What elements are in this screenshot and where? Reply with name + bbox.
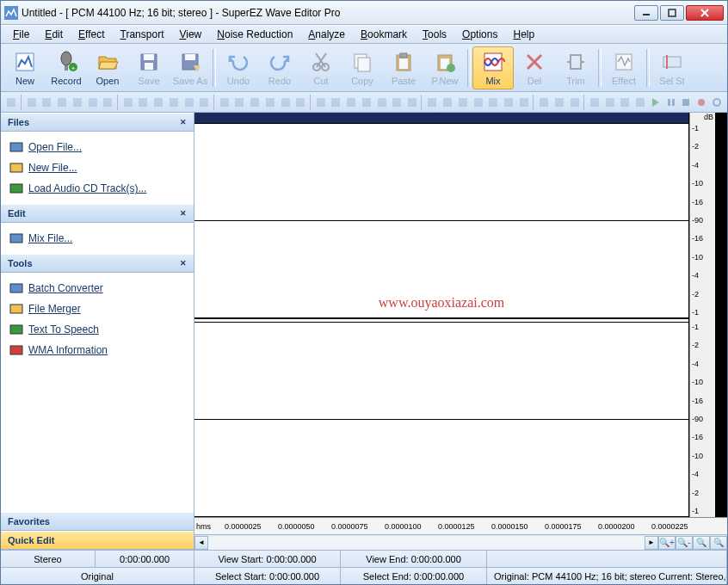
sidebar-item-load-audio-cd-track-s-[interactable]: Load Audio CD Track(s)...	[1, 178, 194, 199]
selst-button[interactable]: Sel St	[651, 46, 693, 89]
panel-header-edit[interactable]: Edit ✕	[1, 204, 194, 223]
menu-options[interactable]: Options	[455, 27, 504, 42]
paste-button[interactable]: Paste	[383, 46, 424, 89]
panel-header-quickedit[interactable]: Quick Edit	[1, 531, 194, 550]
wave-panel[interactable]: www.ouyaoxiazai.com	[194, 113, 689, 517]
small-tool-37[interactable]	[602, 94, 617, 111]
small-tool-2[interactable]	[40, 94, 54, 111]
small-tool-20[interactable]	[329, 94, 343, 111]
menu-help[interactable]: Help	[506, 27, 541, 42]
channel-right[interactable]	[194, 322, 688, 517]
zoom-out-v-button[interactable]: 🔍	[710, 536, 727, 550]
collapse-icon[interactable]: ✕	[180, 259, 187, 268]
new-button[interactable]: New	[4, 46, 46, 89]
menu-file[interactable]: File	[6, 27, 36, 42]
menu-bookmark[interactable]: Bookmark	[354, 27, 414, 42]
panel-header-tools[interactable]: Tools ✕	[1, 254, 194, 273]
mix-button[interactable]: Mix	[472, 46, 514, 89]
small-tool-34[interactable]	[552, 94, 566, 111]
sidebar-item-text-to-speech[interactable]: Text To Speech	[1, 319, 194, 340]
pnew-button[interactable]: P.New	[424, 46, 466, 89]
small-tool-24[interactable]	[390, 94, 404, 111]
small-tool-16[interactable]	[263, 94, 278, 111]
small-tool-4[interactable]	[71, 94, 85, 111]
small-tool-15[interactable]	[248, 94, 262, 111]
small-tool-14[interactable]	[232, 94, 247, 111]
zoom-in-v-button[interactable]: 🔍	[693, 536, 710, 550]
open-button[interactable]: Open	[87, 46, 128, 89]
channel-left[interactable]	[194, 123, 688, 318]
trim-button[interactable]: Trim	[555, 46, 596, 89]
small-tool-8[interactable]	[136, 94, 151, 111]
collapse-icon[interactable]: ✕	[180, 118, 187, 126]
scroll-right-button[interactable]: ►	[645, 536, 658, 550]
small-tool-7[interactable]	[120, 94, 135, 111]
sidebar-item-batch-converter[interactable]: Batch Converter	[1, 278, 194, 299]
sidebar-item-mix-file-[interactable]: Mix File...	[1, 228, 194, 249]
small-tool-19[interactable]	[313, 94, 328, 111]
small-tool-29[interactable]	[471, 94, 485, 111]
cut-button[interactable]: Cut	[300, 46, 342, 89]
zoom-out-h-button[interactable]: 🔍-	[676, 536, 693, 550]
saveas-button[interactable]: Save As	[170, 46, 211, 89]
record-icon[interactable]	[694, 94, 709, 111]
stop-icon[interactable]	[679, 94, 694, 111]
menu-analyze[interactable]: Analyze	[301, 27, 352, 42]
undo-button[interactable]: Undo	[218, 46, 259, 89]
small-tool-38[interactable]	[618, 94, 632, 111]
small-tool-27[interactable]	[441, 94, 455, 111]
small-tool-39[interactable]	[633, 94, 648, 111]
copy-button[interactable]: Copy	[342, 46, 383, 89]
zoom-in-h-button[interactable]: 🔍+	[658, 536, 676, 550]
menu-view[interactable]: View	[172, 27, 208, 42]
small-tool-26[interactable]	[425, 94, 440, 111]
small-tool-28[interactable]	[455, 94, 470, 111]
sidebar-item-wma-information[interactable]: WMA Information	[1, 340, 194, 360]
sidebar-item-new-file-[interactable]: New File...	[1, 157, 194, 178]
small-tool-12[interactable]	[197, 94, 212, 111]
panel-header-files[interactable]: Files ✕	[1, 113, 194, 132]
menu-transport[interactable]: Transport	[114, 27, 171, 42]
small-tool-22[interactable]	[360, 94, 374, 111]
minimize-button[interactable]	[634, 5, 658, 21]
menu-noise-reduction[interactable]: Noise Reduction	[210, 27, 299, 42]
scroll-left-button[interactable]: ◄	[194, 536, 208, 550]
collapse-icon[interactable]: ✕	[180, 209, 187, 218]
scroll-track[interactable]	[208, 536, 645, 550]
save-button[interactable]: Save	[128, 46, 170, 89]
small-tool-3[interactable]	[55, 94, 70, 111]
pause-icon[interactable]	[663, 94, 678, 111]
sidebar-item-file-merger[interactable]: File Merger	[1, 299, 194, 319]
panel-header-favorites[interactable]: Favorites	[1, 512, 194, 531]
small-tool-25[interactable]	[405, 94, 420, 111]
menu-tools[interactable]: Tools	[416, 27, 453, 42]
maximize-button[interactable]	[660, 5, 684, 21]
small-tool-35[interactable]	[567, 94, 582, 111]
small-tool-33[interactable]	[537, 94, 552, 111]
small-tool-31[interactable]	[502, 94, 516, 111]
small-tool-23[interactable]	[374, 94, 389, 111]
small-tool-36[interactable]	[588, 94, 602, 111]
close-button[interactable]	[686, 5, 724, 21]
small-tool-10[interactable]	[167, 94, 182, 111]
menu-edit[interactable]: Edit	[38, 27, 70, 42]
small-tool-32[interactable]	[516, 94, 531, 111]
small-tool-17[interactable]	[278, 94, 293, 111]
sidebar-item-open-file-[interactable]: Open File...	[1, 137, 194, 157]
del-button[interactable]: Del	[514, 46, 555, 89]
loop-icon[interactable]	[709, 94, 724, 111]
small-tool-11[interactable]	[182, 94, 196, 111]
small-tool-30[interactable]	[486, 94, 501, 111]
small-tool-9[interactable]	[151, 94, 166, 111]
small-tool-5[interactable]	[85, 94, 100, 111]
small-tool-1[interactable]	[24, 94, 39, 111]
record-button[interactable]: +Record	[46, 46, 87, 89]
effect-button[interactable]: Effect	[603, 46, 645, 89]
small-tool-13[interactable]	[217, 94, 231, 111]
redo-button[interactable]: Redo	[259, 46, 300, 89]
small-tool-18[interactable]	[293, 94, 308, 111]
play-icon[interactable]	[648, 94, 663, 111]
menu-effect[interactable]: Effect	[71, 27, 111, 42]
small-tool-21[interactable]	[344, 94, 359, 111]
wave-body[interactable]: www.ouyaoxiazai.com	[194, 123, 688, 517]
